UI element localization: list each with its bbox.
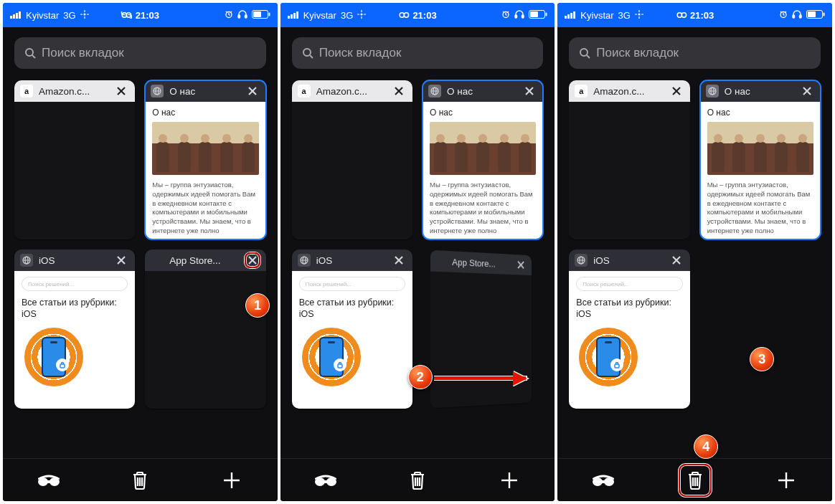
tab-search-input[interactable]: Поиск вкладок	[292, 37, 544, 69]
svg-rect-44	[293, 13, 296, 19]
incognito-button[interactable]	[309, 464, 342, 497]
svg-rect-3	[19, 11, 21, 19]
tab-card-amazon[interactable]: a Amazon.c...	[569, 80, 689, 239]
tab-thumbnail: О нас Мы – группа энтузиастов, одержимых…	[145, 102, 265, 239]
alarm-icon	[225, 10, 233, 21]
svg-rect-86	[570, 13, 572, 19]
tab-thumbnail: Поиск решений... Все статьи из рубрики: …	[14, 271, 135, 409]
empty-slot	[700, 249, 821, 409]
tab-title: Amazon.c...	[316, 86, 385, 97]
globe-icon	[151, 85, 164, 98]
close-tab-button[interactable]	[669, 83, 684, 99]
incognito-button[interactable]	[32, 464, 65, 497]
tab-card-onas[interactable]: О нас О нас Мы – группа энтузиастов, оде…	[423, 80, 543, 239]
svg-rect-16	[268, 12, 270, 16]
svg-line-60	[310, 55, 313, 58]
close-tab-button[interactable]	[113, 252, 129, 268]
tab-search-input[interactable]: Поиск вкладок	[569, 37, 821, 69]
apple-icon	[435, 255, 447, 268]
tab-card-ios[interactable]: iOS Поиск решений... Все статьи из рубри…	[569, 249, 689, 409]
amazon-favicon: a	[575, 85, 588, 98]
search-icon	[24, 47, 36, 59]
swipe-arrow-icon	[434, 376, 526, 380]
tab-card-onas[interactable]: О нас О нас Мы – группа энтузиастов, оде…	[700, 80, 821, 239]
screen-step-3-4: Kyivstar 3G 21:03 Поиск вкладок a Amazon…	[557, 3, 832, 501]
new-tab-button[interactable]	[770, 464, 803, 497]
search-placeholder: Поиск вкладок	[596, 46, 679, 60]
clock-label: 21:03	[690, 10, 714, 21]
tab-title: iOS	[593, 255, 662, 266]
tab-title: iOS	[39, 255, 108, 266]
globe-icon	[706, 85, 719, 98]
tab-title: App Store...	[169, 255, 238, 266]
close-tab-button[interactable]	[799, 83, 815, 99]
svg-point-101	[580, 49, 588, 56]
carrier-label: Kyivstar	[580, 10, 613, 21]
signal-icon	[288, 10, 299, 21]
svg-rect-31	[60, 364, 65, 368]
svg-rect-2	[16, 13, 18, 19]
svg-point-46	[361, 13, 363, 15]
svg-rect-87	[573, 11, 575, 19]
close-tab-button[interactable]	[391, 252, 407, 268]
tab-thumbnail	[14, 102, 135, 239]
activity-icon	[357, 10, 366, 21]
tab-title: Amazon.c...	[593, 86, 662, 97]
svg-rect-13	[245, 15, 247, 18]
close-tab-button[interactable]	[522, 83, 537, 99]
network-label: 3G	[63, 10, 75, 21]
svg-rect-15	[253, 11, 261, 17]
tab-card-appstore[interactable]: App Store...	[145, 249, 265, 409]
close-tab-button[interactable]	[669, 252, 684, 268]
svg-line-18	[32, 55, 35, 58]
tab-title: iOS	[316, 255, 385, 266]
search-placeholder: Поиск вкладок	[42, 46, 124, 60]
svg-point-59	[303, 49, 311, 56]
tab-search-input[interactable]: Поиск вкладок	[14, 37, 266, 69]
tab-card-ios[interactable]: iOS Поиск решений... Все статьи из рубри…	[14, 249, 135, 409]
screen-step-2: Kyivstar 3G 21:03 Поиск вкладок a Amazon…	[280, 3, 555, 501]
close-tab-button-highlighted[interactable]	[245, 252, 260, 268]
signal-icon	[10, 10, 22, 21]
svg-point-17	[26, 49, 33, 56]
tab-card-ios[interactable]: iOS Поиск решений... Все статьи из рубри…	[292, 249, 412, 409]
svg-rect-85	[567, 14, 570, 19]
amazon-favicon: a	[20, 85, 33, 98]
step-badge-1: 1	[245, 293, 270, 318]
close-tab-button[interactable]	[113, 83, 129, 99]
globe-icon	[20, 254, 33, 267]
new-tab-button[interactable]	[215, 464, 248, 497]
search-placeholder: Поиск вкладок	[319, 46, 402, 60]
alarm-icon	[779, 10, 788, 21]
svg-rect-12	[238, 15, 240, 18]
tab-title: Amazon.c...	[39, 86, 108, 97]
delete-tabs-button[interactable]	[123, 464, 156, 497]
headphones-icon	[514, 10, 524, 21]
activity-icon	[635, 10, 643, 21]
tab-card-amazon[interactable]: a Amazon.c...	[292, 80, 412, 239]
svg-rect-97	[800, 15, 802, 18]
search-icon	[302, 47, 313, 59]
tab-title: О нас	[169, 86, 238, 97]
amazon-favicon: a	[298, 85, 311, 98]
close-tab-button[interactable]	[515, 257, 527, 272]
delete-tabs-button[interactable]	[401, 464, 434, 497]
tab-card-onas[interactable]: О нас О нас Мы – группа энтузиастов, оде…	[145, 80, 265, 239]
clock-label: 21:03	[412, 10, 436, 21]
svg-point-4	[83, 13, 85, 15]
globe-icon	[298, 254, 311, 267]
status-bar: Kyivstar 3G 21:03	[3, 3, 278, 27]
tab-card-amazon[interactable]: a Amazon.c...	[14, 80, 135, 239]
carrier-label: Kyivstar	[26, 10, 59, 21]
step-badge-4: 4	[694, 434, 718, 459]
close-tab-button[interactable]	[245, 83, 260, 99]
tab-title: О нас	[447, 86, 516, 97]
new-tab-button[interactable]	[493, 464, 526, 497]
network-label: 3G	[618, 10, 631, 21]
incognito-button[interactable]	[587, 464, 620, 497]
delete-tabs-button-highlighted[interactable]	[679, 464, 712, 497]
carrier-label: Kyivstar	[303, 10, 336, 21]
clock-label: 21:03	[136, 10, 159, 21]
close-tab-button[interactable]	[391, 83, 407, 99]
svg-rect-54	[515, 15, 517, 18]
